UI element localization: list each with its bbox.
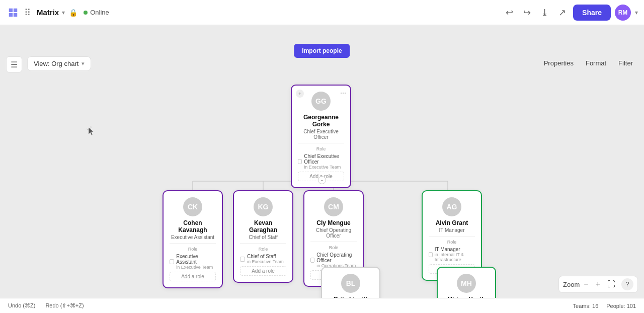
format-button[interactable]: Format: [581, 56, 611, 70]
title-chevron-icon[interactable]: ▾: [62, 9, 65, 16]
collapse-button-ceo[interactable]: −: [318, 176, 326, 184]
undo-label[interactable]: Undo (⌘Z): [8, 302, 35, 309]
kevan-avatar: KG: [254, 197, 273, 216]
cly-name: Cly Mengue: [310, 219, 357, 226]
avatar-chevron-icon[interactable]: ▾: [635, 9, 638, 16]
ceo-role-label: Role: [298, 146, 344, 151]
cohen-role-detail: Executive Assistant in Executive Team: [170, 254, 216, 270]
ceo-name: Georgeanne Gorke: [298, 114, 344, 128]
online-label: Online: [90, 9, 109, 16]
view-label: View: Org chart: [34, 60, 78, 67]
zoom-in-button[interactable]: +: [593, 279, 603, 290]
cly-title: Chief Operating Officer: [310, 227, 357, 239]
alvin-avatar: AG: [442, 197, 461, 216]
analytics-button[interactable]: ↗: [555, 4, 569, 21]
kevan-role-detail: Chief of Staff in Executive Team: [240, 254, 286, 264]
cohen-add-role-button[interactable]: Add a role: [170, 272, 216, 281]
title-group: Matrix ▾: [37, 8, 65, 17]
ceo-avatar: GG: [311, 92, 331, 111]
zoom-out-button[interactable]: −: [581, 279, 591, 290]
cohen-node[interactable]: CK Cohen Kavanagh Executive Assistant Ro…: [163, 190, 223, 288]
cly-avatar: CM: [324, 197, 343, 216]
role-checkbox[interactable]: [310, 258, 314, 263]
zoom-controls: Zoom − + ⛶ ?: [558, 276, 638, 293]
alvin-role-detail: IT Manager in Internal IT & Infrastructu…: [429, 247, 475, 262]
ceo-node[interactable]: + ⋯ GG Georgeanne Gorke Chief Executive …: [291, 85, 351, 188]
statusbar: Undo (⌘Z) Redo (⇧+⌘+Z) Teams: 16 People:…: [0, 298, 644, 313]
people-count: People: 101: [606, 303, 636, 309]
cursor: [87, 126, 97, 136]
import-people-button[interactable]: Import people: [294, 44, 350, 58]
filter-button[interactable]: Filter: [613, 56, 638, 70]
cohen-role-label: Role: [170, 247, 216, 252]
kevan-name: Kevan Garaghan: [240, 219, 286, 233]
cly-role-detail: Chief Operating Officer in Operations Te…: [310, 252, 357, 268]
node-expand-icon[interactable]: +: [296, 90, 304, 98]
download-button[interactable]: ⤓: [538, 4, 551, 21]
zoom-label: Zoom: [563, 281, 580, 288]
sidebar-icon: ☰: [11, 60, 18, 69]
right-toolbar: Properties Format Filter: [539, 56, 638, 70]
brita-avatar: BL: [341, 274, 360, 293]
fullscreen-button[interactable]: ⛶: [604, 279, 618, 290]
lock-icon[interactable]: 🔒: [69, 9, 77, 17]
redo-button[interactable]: ↪: [520, 4, 534, 21]
help-button[interactable]: ?: [621, 278, 633, 290]
cohen-name: Cohen Kavanagh: [170, 219, 216, 233]
alvin-title: IT Manager: [429, 227, 475, 233]
redo-label[interactable]: Redo (⇧+⌘+Z): [45, 302, 84, 309]
role-checkbox[interactable]: [170, 259, 174, 264]
status-left: Undo (⌘Z) Redo (⇧+⌘+Z): [8, 302, 84, 309]
project-title: Matrix: [37, 8, 59, 17]
properties-button[interactable]: Properties: [539, 56, 579, 70]
teams-count: Teams: 16: [573, 303, 599, 309]
cohen-title: Executive Assistant: [170, 234, 216, 240]
role-text: Chief Executive Officer in Executive Tea…: [304, 153, 344, 170]
avatar[interactable]: RM: [615, 5, 631, 21]
apps-icon[interactable]: ⠿: [24, 7, 31, 18]
svg-point-14: [87, 126, 91, 130]
ceo-role-detail: Chief Executive Officer in Executive Tea…: [298, 153, 344, 170]
online-status: Online: [84, 9, 109, 16]
alvin-name: Alvin Grant: [429, 219, 475, 226]
cly-role-label: Role: [310, 245, 357, 250]
ceo-title: Chief Executive Officer: [298, 129, 344, 140]
kevan-title: Chief of Staff: [240, 234, 286, 240]
role-checkbox[interactable]: [429, 252, 433, 257]
alvin-role-label: Role: [429, 240, 475, 245]
kevan-node[interactable]: KG Kevan Garaghan Chief of Staff Role Ch…: [233, 190, 293, 283]
kevan-role-label: Role: [240, 247, 286, 252]
cohen-avatar: CK: [183, 197, 202, 216]
view-selector[interactable]: View: Org chart ▾: [27, 56, 91, 71]
kevan-add-role-button[interactable]: Add a role: [240, 266, 286, 276]
sidebar-toggle-button[interactable]: ☰: [6, 56, 22, 72]
view-chevron-icon: ▾: [82, 60, 85, 67]
role-checkbox[interactable]: [240, 257, 245, 262]
node-more-icon[interactable]: ⋯: [340, 90, 346, 97]
online-dot: [84, 11, 88, 15]
topbar: ⠿ Matrix ▾ 🔒 Online ↩ ↪ ⤓ ↗ Share RM ▾: [0, 0, 644, 25]
status-right: Teams: 16 People: 101: [573, 303, 636, 309]
role-checkbox[interactable]: [298, 159, 302, 164]
canvas: Import people ☰ View: Org chart ▾ Proper…: [0, 25, 644, 313]
miriam-avatar: MH: [457, 274, 476, 293]
undo-button[interactable]: ↩: [503, 4, 516, 21]
app-logo: [6, 6, 20, 20]
share-button[interactable]: Share: [573, 5, 611, 21]
